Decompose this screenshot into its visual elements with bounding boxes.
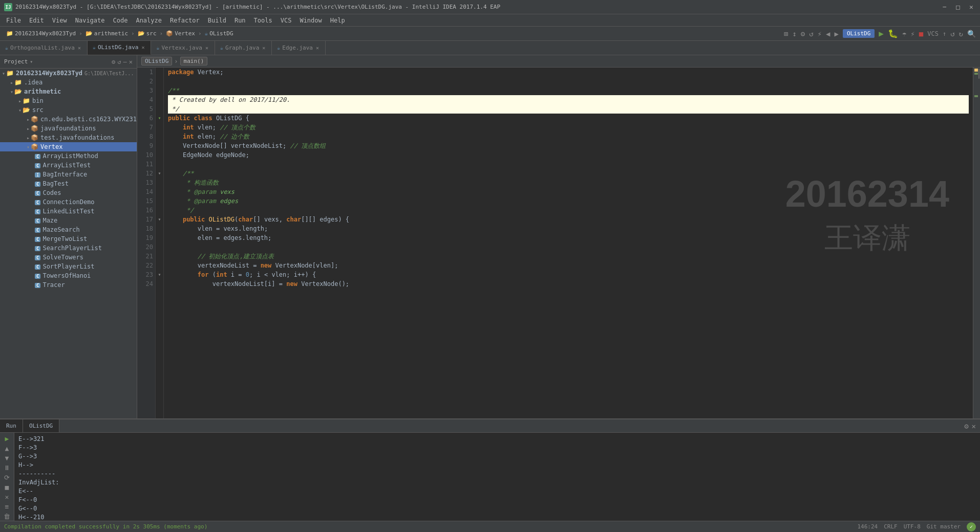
run-close-button[interactable]: ✕: [2, 493, 12, 501]
nav-tool-4[interactable]: ↺: [809, 30, 813, 38]
line-ending[interactable]: CRLF: [884, 523, 898, 530]
close-panel-icon[interactable]: ✕: [129, 58, 133, 65]
tree-root[interactable]: 📁 20162314Wyx8023Tyd G:\IDEA\TestJ...: [0, 69, 137, 78]
run-button[interactable]: ▶: [879, 29, 884, 38]
tab-orthogonallist[interactable]: ☕ OrthogonalList.java ✕: [0, 41, 88, 55]
run-config-selector[interactable]: OListDG: [843, 29, 875, 38]
profiler-button[interactable]: ⚡: [910, 30, 914, 38]
menu-view[interactable]: View: [48, 16, 71, 25]
tree-arithmetic[interactable]: 📂 arithmetic: [0, 87, 137, 96]
list-item[interactable]: C ConnectionDemo: [0, 197, 137, 207]
project-dropdown[interactable]: Project ▾: [4, 58, 33, 65]
vcs-commit[interactable]: ↑: [943, 30, 946, 37]
tab-vertexx[interactable]: ☕ Vertexx.java ✕: [151, 41, 215, 55]
bottom-tab-olistdg[interactable]: OListDG: [23, 419, 59, 432]
menu-run[interactable]: Run: [230, 16, 250, 25]
menu-build[interactable]: Build: [204, 16, 230, 25]
undo-button[interactable]: ↺: [950, 30, 954, 38]
menu-edit[interactable]: Edit: [25, 16, 48, 25]
tab-close-orthogonallist[interactable]: ✕: [77, 45, 82, 51]
coverage-button[interactable]: ☂: [902, 30, 906, 38]
list-item[interactable]: C Tracer: [0, 280, 137, 290]
list-item[interactable]: C ArrayListTest: [0, 161, 137, 170]
list-item[interactable]: I BagInterface: [0, 170, 137, 179]
close-panel-button[interactable]: ✕: [972, 422, 976, 430]
menu-help[interactable]: Help: [326, 16, 349, 25]
fold-12[interactable]: ▾: [156, 169, 163, 178]
nav-tool-6[interactable]: ◀: [826, 30, 830, 38]
tab-olistdg[interactable]: ☕ OListDG.java ✕: [88, 41, 152, 55]
list-item[interactable]: C MazeSearch: [0, 225, 137, 234]
breadcrumb-file[interactable]: ☕ OListDG: [203, 29, 236, 38]
vcs-update[interactable]: VCS: [927, 30, 939, 37]
breadcrumb-module[interactable]: 📂 arithmetic: [83, 29, 130, 38]
list-item[interactable]: C MergeTwoList: [0, 234, 137, 243]
list-item[interactable]: C ArrayListMethod: [0, 151, 137, 161]
list-item[interactable]: C TowersOfHanoi: [0, 271, 137, 280]
scrollbar-thumb[interactable]: [978, 69, 979, 79]
run-pause-button[interactable]: ⏸: [2, 464, 12, 472]
menu-window[interactable]: Window: [295, 16, 326, 25]
tree-src[interactable]: 📂 src: [0, 105, 137, 115]
menu-file[interactable]: File: [2, 16, 25, 25]
nav-tool-2[interactable]: ↕: [792, 30, 796, 38]
nav-tool-5[interactable]: ⚡: [818, 30, 822, 38]
run-clear-button[interactable]: 🗑: [2, 513, 12, 520]
tab-graph[interactable]: ☕ Graph.java ✕: [215, 41, 272, 55]
run-stop-button[interactable]: ■: [2, 483, 12, 491]
list-item[interactable]: C Codes: [0, 188, 137, 197]
git-branch[interactable]: Git master: [927, 523, 961, 530]
nav-tool-1[interactable]: ⊞: [784, 30, 788, 38]
menu-analyze[interactable]: Analyze: [132, 16, 166, 25]
redo-button[interactable]: ↻: [959, 30, 963, 38]
tree-idea[interactable]: 📁 .idea: [0, 78, 137, 87]
menu-tools[interactable]: Tools: [250, 16, 276, 25]
breadcrumb-src[interactable]: 📂 src: [136, 29, 159, 38]
tab-close-graph[interactable]: ✕: [261, 45, 266, 51]
search-button[interactable]: 🔍: [967, 30, 976, 38]
nav-tool-7[interactable]: ▶: [834, 30, 838, 38]
breadcrumb-project[interactable]: 📁 20162314Wyx8023Tyd: [4, 29, 78, 38]
tree-javafoundations[interactable]: 📦 javafoundations: [0, 124, 137, 133]
list-item[interactable]: C SearchPlayerList: [0, 243, 137, 253]
encoding[interactable]: UTF-8: [904, 523, 921, 530]
list-item[interactable]: C SortPlayerList: [0, 262, 137, 271]
fold-23[interactable]: ▾: [156, 270, 163, 279]
gear-icon[interactable]: ⚙: [112, 58, 115, 65]
tab-close-olistdg[interactable]: ✕: [140, 44, 145, 51]
bottom-tab-run[interactable]: Run: [0, 419, 23, 432]
menu-code[interactable]: Code: [109, 16, 132, 25]
cursor-position[interactable]: 146:24: [857, 523, 878, 530]
tree-bin[interactable]: 📁 bin: [0, 96, 137, 105]
run-rerun-button[interactable]: ⟳: [2, 474, 12, 481]
tree-vertex[interactable]: 📦 Vertex: [0, 142, 137, 151]
tab-edge[interactable]: ☕ Edge.java ✕: [272, 41, 326, 55]
menu-navigate[interactable]: Navigate: [71, 16, 109, 25]
method-chip[interactable]: main(): [180, 57, 208, 65]
list-item[interactable]: C BagTest: [0, 179, 137, 188]
tab-close-vertexx[interactable]: ✕: [204, 45, 209, 51]
fold-17[interactable]: ▾: [156, 215, 163, 224]
menu-refactor[interactable]: Refactor: [166, 16, 204, 25]
sync-icon[interactable]: ↺: [117, 58, 121, 65]
run-play-button[interactable]: ▶: [2, 435, 12, 442]
code-editor[interactable]: package Vertex; /** * Created by dell on…: [164, 68, 973, 418]
run-scroll-down-button[interactable]: ▼: [2, 454, 12, 462]
settings-icon[interactable]: ⚙: [964, 422, 968, 430]
list-item[interactable]: C LinkedListTest: [0, 207, 137, 216]
maximize-button[interactable]: □: [953, 3, 963, 12]
nav-tool-3[interactable]: ⚙: [801, 30, 805, 38]
minimize-button[interactable]: −: [940, 3, 949, 12]
list-item[interactable]: C SolveTowers: [0, 253, 137, 262]
tab-close-edge[interactable]: ✕: [315, 45, 320, 51]
run-filter-button[interactable]: ≡: [2, 503, 12, 511]
stop-button[interactable]: ■: [919, 30, 923, 38]
breadcrumb-package[interactable]: 📦 Vertex: [164, 29, 197, 38]
fold-6[interactable]: ▾: [156, 114, 163, 123]
list-item[interactable]: C Maze: [0, 216, 137, 225]
collapse-icon[interactable]: —: [123, 58, 127, 65]
menu-vcs[interactable]: VCS: [276, 16, 296, 25]
tree-testjf[interactable]: 📦 test.javafoundations: [0, 133, 137, 142]
close-button[interactable]: ✕: [967, 3, 976, 12]
run-scroll-up-button[interactable]: ▲: [2, 445, 12, 452]
